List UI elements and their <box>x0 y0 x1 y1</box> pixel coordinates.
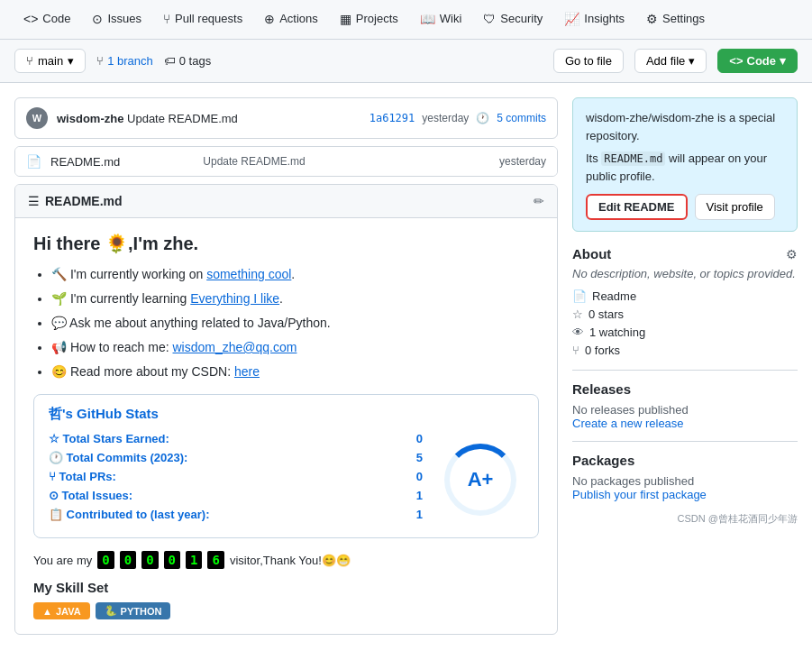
releases-section: Releases No releases published Create a … <box>572 370 798 430</box>
digit-2: 0 <box>141 551 158 569</box>
stats-row-issues: ⊙ Total Issues: 1 <box>49 489 423 502</box>
skill-title: My Skill Set <box>33 580 539 595</box>
visitor-suffix: visitor,Thank You!😊😁 <box>230 554 351 567</box>
add-file-chevron-icon: ▾ <box>689 54 695 68</box>
code-btn-icon: <> <box>729 54 743 68</box>
wiki-icon: 📖 <box>420 12 435 26</box>
file-commit-msg: Update README.md <box>203 155 490 168</box>
stats-row-commits: 🕐 Total Commits (2023): 5 <box>49 451 423 464</box>
code-button[interactable]: <> Code ▾ <box>717 49 798 73</box>
special-box-buttons: Edit README Visit profile <box>586 194 784 220</box>
skill-badges: ▲ JAVA 🐍 PYTHON <box>33 602 539 619</box>
branches-count[interactable]: ⑂ 1 branch <box>96 54 153 68</box>
stats-left: ☆ Total Stars Earned: 0 🕐 Total Commits … <box>49 432 423 527</box>
github-stats-box: 哲's GitHub Stats ☆ Total Stars Earned: 0… <box>33 394 539 538</box>
eye-icon: 👁 <box>572 326 584 339</box>
about-title: About <box>572 246 611 261</box>
digit-4: 1 <box>186 551 202 569</box>
projects-icon: ▦ <box>340 12 351 26</box>
digit-0: 0 <box>97 551 114 569</box>
gear-icon[interactable]: ⚙ <box>786 247 798 261</box>
readme-body: Hi there 🌻,I'm zhe. 🔨 I'm currently work… <box>15 218 557 634</box>
branch-icon: ⑂ <box>26 54 33 68</box>
nav-insights[interactable]: 📈 Insights <box>555 5 634 35</box>
star-icon: ☆ <box>572 307 583 321</box>
file-name[interactable]: README.md <box>50 155 194 169</box>
clock-icon: 🕐 <box>476 112 489 124</box>
commits-link[interactable]: 5 commits <box>497 112 546 124</box>
pr-icon: ⑂ <box>163 12 170 26</box>
about-section: About ⚙ No description, website, or topi… <box>572 246 798 357</box>
issues-icon: ⊙ <box>92 12 103 26</box>
avatar: W <box>26 107 48 129</box>
python-icon: 🐍 <box>105 605 117 617</box>
about-readme-row: 📄 Readme <box>572 289 798 303</box>
top-nav: <> Code ⊙ Issues ⑂ Pull requests ⊕ Actio… <box>0 0 812 40</box>
commit-username[interactable]: wisdom-zhe <box>57 112 123 125</box>
nav-projects[interactable]: ▦ Projects <box>331 5 407 35</box>
commit-time: yesterday <box>422 112 469 124</box>
commit-message: Update README.md <box>127 112 238 125</box>
packages-section: Packages No packages published Publish y… <box>572 441 798 501</box>
code-chevron-icon: ▾ <box>780 54 786 68</box>
branch-selector[interactable]: ⑂ main ▾ <box>14 49 86 73</box>
readme-icon: 📄 <box>572 289 587 303</box>
nav-code[interactable]: <> Code <box>14 5 79 35</box>
no-releases-text: No releases published <box>572 403 689 417</box>
tags-count[interactable]: 🏷 0 tags <box>164 54 211 68</box>
releases-title: Releases <box>572 370 798 397</box>
readme-heading: Hi there 🌻,I'm zhe. <box>33 233 539 254</box>
stats-grid: ☆ Total Stars Earned: 0 🕐 Total Commits … <box>49 432 524 527</box>
edit-readme-button[interactable]: Edit README <box>586 194 688 220</box>
fork-icon: ⑂ <box>572 344 579 357</box>
create-release-link[interactable]: Create a new release <box>572 417 798 430</box>
special-repo-desc: Its README.md will appear on your public… <box>586 150 784 185</box>
list-item: 😊 Read more about my CSDN: here <box>51 362 539 381</box>
stats-row-contributed: 📋 Contributed to (last year): 1 <box>49 508 423 521</box>
edit-icon[interactable]: ✏ <box>534 194 544 208</box>
about-header: About ⚙ <box>572 246 798 261</box>
watermark: CSDN @曾桂花酒同少年游 <box>572 512 798 526</box>
visit-profile-button[interactable]: Visit profile <box>695 194 775 220</box>
insights-icon: 📈 <box>564 12 579 26</box>
nav-wiki[interactable]: 📖 Wiki <box>411 5 471 35</box>
nav-pull-requests[interactable]: ⑂ Pull requests <box>154 5 251 35</box>
file-row: 📄 README.md Update README.md yesterday <box>15 147 557 176</box>
file-icon: 📄 <box>26 154 41 169</box>
repo-header: ⑂ main ▾ ⑂ 1 branch 🏷 0 tags Go to file … <box>0 40 812 83</box>
stats-row-prs: ⑂ Total PRs: 0 <box>49 470 423 483</box>
stats-title: 哲's GitHub Stats <box>49 406 524 423</box>
digit-1: 0 <box>120 551 136 569</box>
about-desc: No description, website, or topics provi… <box>572 267 798 280</box>
nav-issues[interactable]: ⊙ Issues <box>83 5 151 35</box>
nav-actions[interactable]: ⊕ Actions <box>255 5 327 35</box>
add-file-button[interactable]: Add file ▾ <box>634 49 707 73</box>
about-stars-row: ☆ 0 stars <box>572 307 798 321</box>
list-item: 💬 Ask me about anything related to Java/… <box>51 314 539 333</box>
commit-hash[interactable]: 1a61291 <box>370 112 415 124</box>
digit-5: 6 <box>207 551 224 569</box>
code-icon: <> <box>23 12 38 26</box>
settings-icon: ⚙ <box>646 12 658 26</box>
digit-3: 0 <box>164 551 180 569</box>
special-repo-box: wisdom-zhe/wisdom-zhe is a special repos… <box>572 97 798 232</box>
readme-title: README.md <box>45 194 123 208</box>
about-forks-row: ⑂ 0 forks <box>572 344 798 357</box>
publish-package-link[interactable]: Publish your first package <box>572 488 798 501</box>
stats-circle-container: A+ <box>437 432 524 527</box>
readme-bullets: 🔨 I'm currently working on something coo… <box>33 265 539 381</box>
visitor-counter-row: You are my 0 0 0 0 1 6 visitor,Thank You… <box>33 551 539 569</box>
commit-row: W wisdom-zhe Update README.md 1a61291 ye… <box>14 97 558 139</box>
list-item: 🔨 I'm currently working on something coo… <box>51 265 539 284</box>
badge-java: ▲ JAVA <box>33 602 90 619</box>
right-column: wisdom-zhe/wisdom-zhe is a special repos… <box>572 97 798 526</box>
file-time: yesterday <box>499 155 546 168</box>
badge-python: 🐍 PYTHON <box>96 602 171 619</box>
commit-info: wisdom-zhe Update README.md <box>57 112 360 125</box>
no-packages-text: No packages published <box>572 474 694 488</box>
nav-security[interactable]: 🛡 Security <box>474 5 552 35</box>
about-watching-row: 👁 1 watching <box>572 326 798 339</box>
tag-icon: 🏷 <box>164 54 176 68</box>
nav-settings[interactable]: ⚙ Settings <box>637 5 714 35</box>
go-to-file-button[interactable]: Go to file <box>553 49 624 73</box>
